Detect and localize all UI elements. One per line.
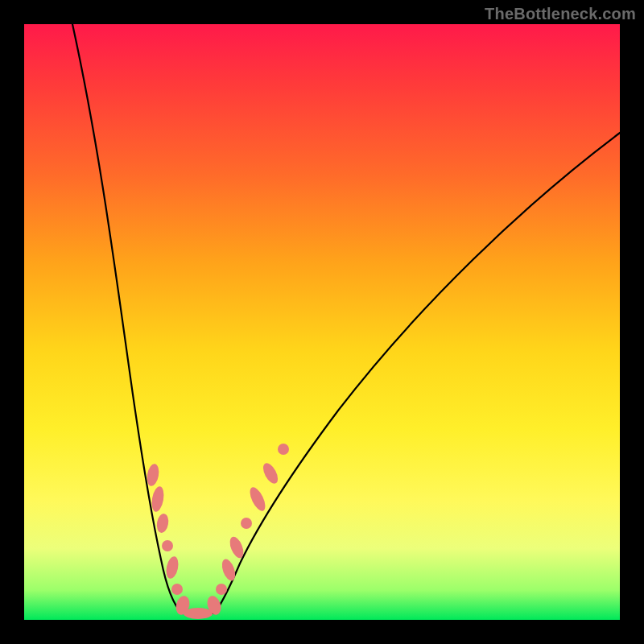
bead [162,540,173,551]
bead [260,460,281,485]
bead [220,557,238,582]
curve-right-arm [214,133,620,613]
plot-area [24,24,620,620]
bead [278,444,289,455]
chart-frame: TheBottleneck.com [0,0,644,644]
curve-svg [24,24,620,620]
bead [171,584,183,595]
bead [146,463,161,487]
bead [150,485,165,513]
watermark-text: TheBottleneck.com [485,5,636,23]
bead [164,555,180,580]
bead [155,513,170,534]
bead [184,608,213,619]
bead [216,584,227,595]
bead-group [146,444,289,619]
bead [247,485,269,514]
bead [241,518,252,529]
